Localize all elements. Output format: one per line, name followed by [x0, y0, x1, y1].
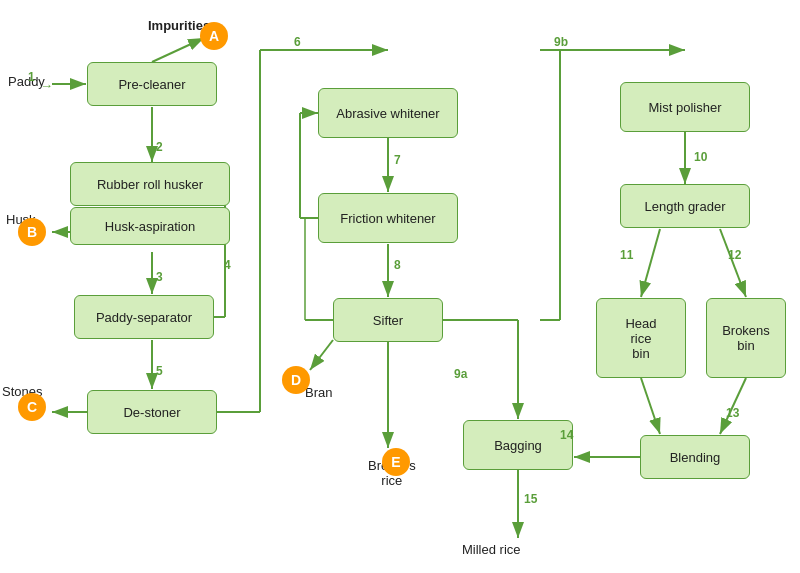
sifter-box: Sifter [333, 298, 443, 342]
length-grader-label: Length grader [645, 199, 726, 214]
pre-cleaner-label: Pre-cleaner [118, 77, 185, 92]
bagging-label: Bagging [494, 438, 542, 453]
rubber-roll-husker-label: Rubber roll husker [97, 177, 203, 192]
mist-polisher-box: Mist polisher [620, 82, 750, 132]
arrow-9b: 9b [554, 35, 568, 49]
badge-E: E [382, 448, 410, 476]
sifter-label: Sifter [373, 313, 403, 328]
svg-line-21 [310, 340, 333, 370]
arrow-5: 5 [156, 364, 163, 378]
brokens-bin-box: Brokens bin [706, 298, 786, 378]
process-diagram: Pre-cleaner Rubber roll husker Husk-aspi… [0, 0, 800, 573]
arrow-10: 10 [694, 150, 707, 164]
brokens-bin-label: Brokens bin [722, 323, 770, 353]
milled-rice-label: Milled rice [462, 542, 521, 557]
husk-aspiration-label: Husk-aspiration [105, 219, 195, 234]
badge-C: C [18, 393, 46, 421]
arrow-1: 1 [28, 70, 35, 84]
badge-D: D [282, 366, 310, 394]
svg-line-32 [720, 229, 746, 297]
arrow-6: 6 [294, 35, 301, 49]
abrasive-whitener-box: Abrasive whitener [318, 88, 458, 138]
badge-A: A [200, 22, 228, 50]
de-stoner-label: De-stoner [123, 405, 180, 420]
de-stoner-box: De-stoner [87, 390, 217, 434]
arrow-13: 13 [726, 406, 739, 420]
pre-cleaner-box: Pre-cleaner [87, 62, 217, 106]
paddy-arrow-label: → [40, 78, 53, 93]
arrow-15: 15 [524, 492, 537, 506]
arrow-8: 8 [394, 258, 401, 272]
head-rice-bin-label: Head rice bin [625, 316, 656, 361]
bagging-box: Bagging [463, 420, 573, 470]
friction-whitener-label: Friction whitener [340, 211, 435, 226]
bran-label: Bran [305, 385, 332, 400]
arrow-7: 7 [394, 153, 401, 167]
paddy-separator-label: Paddy-separator [96, 310, 192, 325]
svg-line-34 [641, 378, 660, 434]
arrow-12: 12 [728, 248, 741, 262]
paddy-separator-box: Paddy-separator [74, 295, 214, 339]
arrow-2: 2 [156, 140, 163, 154]
mist-polisher-label: Mist polisher [649, 100, 722, 115]
svg-line-31 [641, 229, 660, 297]
arrow-14: 14 [560, 428, 573, 442]
head-rice-bin-box: Head rice bin [596, 298, 686, 378]
arrow-11: 11 [620, 248, 633, 262]
rubber-roll-husker-box: Rubber roll husker [70, 162, 230, 206]
blending-box: Blending [640, 435, 750, 479]
arrow-4: 4 [224, 258, 231, 272]
abrasive-whitener-label: Abrasive whitener [336, 106, 439, 121]
blending-label: Blending [670, 450, 721, 465]
arrow-9a: 9a [454, 367, 467, 381]
arrow-3: 3 [156, 270, 163, 284]
length-grader-box: Length grader [620, 184, 750, 228]
husk-aspiration-box: Husk-aspiration [70, 207, 230, 245]
friction-whitener-box: Friction whitener [318, 193, 458, 243]
badge-B: B [18, 218, 46, 246]
svg-line-2 [152, 38, 204, 62]
